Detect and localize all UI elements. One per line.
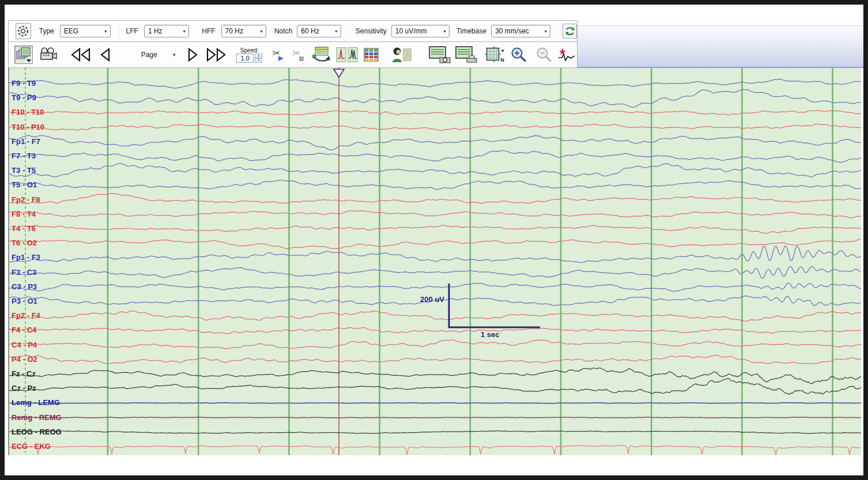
speed-down-button[interactable]: ▼: [255, 58, 262, 63]
notch-select[interactable]: 60 Hz ▼: [297, 25, 341, 37]
clip-stop-button[interactable]: ✂: [292, 47, 305, 63]
toolbar-separator: [349, 23, 350, 39]
fast-forward-icon: [205, 47, 227, 62]
screen-capture-button[interactable]: [427, 45, 452, 65]
refresh-icon: [564, 25, 576, 37]
chevron-down-icon: ▼: [104, 29, 108, 33]
channel-label: Fp1 - F3: [12, 253, 40, 262]
hff-select[interactable]: 70 Hz ▼: [221, 25, 266, 37]
numeric-grid-button[interactable]: N: [481, 45, 507, 65]
lff-select[interactable]: 1 Hz ▼: [144, 25, 189, 37]
eeg-traces[interactable]: 200 uV1 secF9 - T9T9 - P9F10 - T10T10 - …: [9, 68, 861, 455]
channel-label: T9 - P9: [12, 93, 36, 102]
zoom-out-icon: [535, 47, 553, 63]
channel-label: P4 - O2: [12, 355, 37, 364]
page-value: Page: [126, 51, 172, 59]
montage-button[interactable]: [14, 46, 33, 64]
chevron-down-icon: ▼: [172, 52, 176, 58]
timebase-label: Timebase: [456, 27, 486, 35]
channel-label: LEOG - REOG: [12, 428, 62, 436]
eeg-trace: [9, 403, 861, 403]
spike-detect-button[interactable]: [335, 46, 359, 64]
table-grid-icon: [364, 48, 379, 62]
clip-export-button[interactable]: [311, 46, 333, 64]
type-value: EEG: [64, 27, 101, 35]
toolbar-right-fill: [578, 25, 863, 68]
lff-value: 1 Hz: [148, 27, 180, 35]
lff-label: LFF: [126, 27, 138, 35]
video-button[interactable]: [37, 46, 59, 64]
rewind-icon: [70, 47, 92, 62]
zoom-in-icon: [510, 47, 527, 63]
channel-label: Fz - Cz: [12, 369, 36, 378]
speed-up-button[interactable]: ▲: [255, 54, 262, 58]
zoom-in-button[interactable]: [509, 46, 529, 64]
play-badge-icon: [278, 55, 284, 62]
gear-icon: [17, 25, 29, 37]
timebase-select[interactable]: 30 mm/sec ▼: [491, 25, 550, 37]
speed-label: Speed:: [240, 47, 259, 54]
eeg-trace-area: 200 uV1 secF9 - T9T9 - P9F10 - T10T10 - …: [8, 68, 860, 455]
channel-label: C4 - P4: [12, 341, 37, 349]
patient-info-button[interactable]: [390, 46, 413, 64]
montage-table-button[interactable]: [363, 46, 380, 64]
screen-camera-icon: [428, 46, 451, 63]
page-select[interactable]: Page ▼: [123, 48, 180, 62]
channel-label: F10 - T10: [12, 108, 44, 116]
video-camera-icon: [39, 47, 58, 63]
rewind-button[interactable]: [69, 46, 93, 64]
scale-time-label: 1 sec: [481, 330, 500, 339]
channel-label: T6 - O2: [12, 239, 37, 247]
channel-label: F8 - T4: [12, 210, 36, 218]
sensitivity-label: Sensitivity: [356, 27, 387, 35]
refresh-button[interactable]: [563, 24, 577, 39]
channel-label: F7 - T3: [12, 152, 36, 160]
sensitivity-select[interactable]: 10 uV/mm ▼: [391, 25, 450, 37]
channel-label: Cz - Pz: [12, 384, 36, 392]
chevron-down-icon: ▼: [443, 29, 447, 33]
channel-label: Lemg - LEMG: [12, 398, 60, 407]
channel-label: Fp2 - F4: [12, 311, 41, 320]
channel-label: T3 - T5: [12, 166, 36, 175]
event-marker-button[interactable]: [556, 46, 577, 64]
speed-input[interactable]: 1.0: [236, 54, 254, 63]
clip-play-button[interactable]: ✂: [271, 47, 285, 63]
toolbar-separator: [557, 23, 558, 39]
hff-value: 70 Hz: [225, 27, 257, 35]
channel-label: ECG - EKG: [12, 442, 51, 451]
sensitivity-value: 10 uV/mm: [395, 27, 440, 35]
type-select[interactable]: EEG ▼: [60, 25, 111, 37]
zoom-out-button[interactable]: [534, 46, 554, 64]
step-back-button[interactable]: [99, 46, 112, 64]
eeg-viewer-window: Type EEG ▼ LFF 1 Hz ▼ HFF 70 Hz ▼ Notch: [5, 5, 863, 475]
channel-label: F9 - T9: [12, 79, 36, 88]
channel-label: F4 - C4: [12, 326, 37, 334]
channel-label: T5 - O1: [12, 180, 37, 189]
channel-label: Fp2 - F8: [12, 195, 40, 204]
clip-export-icon: [312, 46, 331, 63]
settings-button[interactable]: [16, 23, 31, 39]
chevron-down-icon: ▼: [182, 29, 186, 33]
channel-label: P3 - O1: [12, 297, 37, 305]
speed-control: Speed: 1.0 ▲ ▼: [236, 47, 262, 63]
chevron-down-icon: ▼: [334, 29, 338, 33]
channel-label: Remg - REMG: [12, 413, 62, 422]
playback-toolbar: Page ▼ Speed: 1.0: [8, 42, 578, 68]
chevron-down-icon: ▼: [544, 29, 548, 33]
figure-frame: Type EEG ▼ LFF 1 Hz ▼ HFF 70 Hz ▼ Notch: [0, 0, 868, 480]
montage-icon: [16, 47, 32, 63]
channel-label: T10 - P10: [12, 123, 44, 131]
fast-forward-button[interactable]: [204, 46, 228, 64]
play-button[interactable]: [186, 46, 199, 64]
channel-label: Fp1 - F7: [12, 137, 40, 146]
svg-text:N: N: [500, 57, 504, 63]
chevron-down-icon: ▼: [259, 29, 263, 33]
screen-printer-icon: [455, 46, 478, 63]
play-icon: [187, 47, 198, 62]
step-back-icon: [100, 47, 111, 62]
print-screen-button[interactable]: [454, 45, 479, 65]
stop-badge-icon: [299, 56, 304, 62]
filter-toolbar: Type EEG ▼ LFF 1 Hz ▼ HFF 70 Hz ▼ Notch: [8, 20, 578, 42]
channel-label: C3 - P3: [12, 282, 37, 291]
spike-waves-icon: [336, 47, 358, 63]
